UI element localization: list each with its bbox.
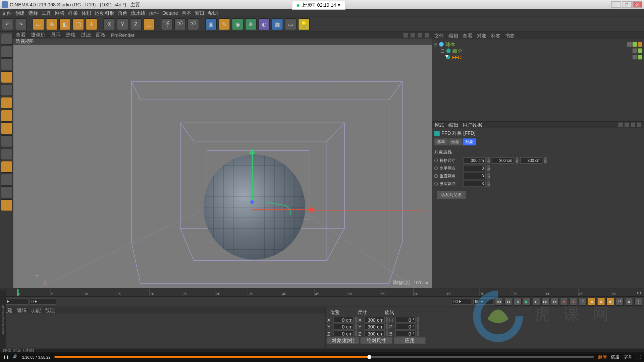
place-tool[interactable]: ✛ — [86, 18, 97, 30]
spinner[interactable]: ▴▾ — [487, 157, 490, 164]
camera-button[interactable]: ▭ — [285, 18, 296, 30]
goto-start-button[interactable]: ⏮ — [495, 298, 503, 306]
sphere-object[interactable] — [204, 155, 305, 260]
menu-character[interactable]: 角色 — [118, 9, 127, 16]
grid-size-x-field[interactable]: 300 cm — [464, 157, 486, 164]
video-progress-bar[interactable] — [54, 356, 594, 358]
quality-button[interactable]: 超清 — [598, 354, 607, 360]
maximize-button[interactable]: □ — [622, 1, 632, 8]
vp-menu-prorender[interactable]: ProRender — [111, 32, 135, 38]
main-menu-bar[interactable]: 文件 创建 选择 工具 网格 样条 体积 运动图形 角色 流水线 插件 Octa… — [0, 9, 644, 16]
menu-tools[interactable]: 工具 — [42, 9, 51, 16]
edge-mode-button[interactable] — [1, 97, 12, 109]
spinner[interactable]: ▴▾ — [487, 173, 490, 179]
menu-help[interactable]: 帮助 — [208, 9, 218, 16]
close-button[interactable]: ✕ — [633, 1, 642, 8]
key-param-button[interactable]: P — [616, 298, 624, 306]
tree-row-sphere[interactable]: ⊟ 球体 — [433, 41, 642, 48]
menu-octane[interactable]: Octane — [162, 10, 178, 15]
menu-spline[interactable]: 样条 — [68, 9, 78, 16]
size-mode-select[interactable]: 绝对尺寸 — [361, 337, 392, 344]
move-tool[interactable]: ✥ — [46, 18, 57, 30]
light-button[interactable]: 💡 — [298, 18, 310, 30]
attr-subtab-coord[interactable]: 坐标 — [448, 138, 462, 145]
prev-frame-button[interactable]: ◂ — [514, 298, 522, 306]
progress-handle[interactable] — [367, 355, 371, 359]
record-button[interactable]: ● — [560, 298, 568, 306]
select-tool[interactable]: ▭ — [33, 18, 44, 30]
rotate-tool[interactable]: ◯ — [72, 18, 84, 30]
menu-window[interactable]: 窗口 — [195, 9, 205, 16]
key-options-button[interactable]: ? — [579, 298, 587, 306]
pos-y-field[interactable]: 0 cm — [333, 323, 354, 329]
key-pos-button[interactable]: ◆ — [588, 298, 596, 306]
menu-mograph[interactable]: 运动图形 — [95, 9, 114, 16]
size-y-field[interactable]: 300 cm — [365, 323, 385, 329]
fit-to-parent-button[interactable]: 匹配到父级 — [437, 191, 466, 199]
recording-status-chip[interactable]: 上课中 02:19:14 ▾ — [292, 1, 345, 10]
layer-button[interactable] — [1, 174, 12, 185]
spinner[interactable]: ▴▾ — [487, 181, 490, 187]
om-tab-file[interactable]: 文件 — [434, 32, 444, 39]
vp-menu-options[interactable]: 选项 — [66, 32, 75, 38]
redo-button[interactable]: ↷ — [15, 18, 26, 30]
axis-z-lock[interactable]: Z — [130, 18, 142, 30]
axis-x-lock[interactable]: X — [104, 18, 115, 30]
render-settings-button[interactable]: 🎬 — [187, 18, 199, 30]
rot-h-field[interactable]: 0 ° — [395, 317, 416, 323]
attr-nav-fwd-icon[interactable] — [631, 122, 635, 127]
menu-select[interactable]: 选择 — [28, 9, 38, 16]
mat-tab-edit[interactable]: 编辑 — [17, 307, 26, 314]
workplane-button[interactable] — [1, 71, 12, 83]
h-points-field[interactable]: 3 — [464, 165, 486, 171]
misc-button[interactable] — [1, 199, 12, 211]
attr-tab-mode[interactable]: 模式 — [434, 121, 444, 128]
attr-subtab-object[interactable]: 对象 — [463, 138, 476, 145]
lock-button[interactable] — [1, 186, 12, 198]
vp-menu-panel[interactable]: 面板 — [96, 32, 106, 38]
autokey-button[interactable]: ● — [569, 298, 577, 306]
polygon-mode-button[interactable] — [1, 110, 12, 121]
make-editable-button[interactable] — [1, 33, 12, 45]
key-scale-button[interactable]: ◆ — [597, 298, 605, 306]
vp-nav-icon[interactable] — [404, 33, 408, 37]
generator-button[interactable]: ◉ — [232, 18, 243, 30]
volume-icon[interactable]: 🔊 — [13, 354, 18, 360]
menu-create[interactable]: 创建 — [15, 9, 25, 16]
next-frame-button[interactable]: ▸ — [532, 298, 540, 306]
grid-size-y-field[interactable]: 300 cm — [492, 157, 514, 164]
field-button[interactable]: ◐ — [258, 18, 270, 30]
spline-button[interactable]: ✎ — [218, 18, 230, 30]
workplane-snap-button[interactable] — [1, 161, 12, 173]
menu-volume[interactable]: 体积 — [82, 9, 91, 16]
vp-menu-view[interactable]: 查看 — [16, 32, 25, 38]
prev-key-button[interactable]: ◂◂ — [504, 298, 512, 306]
primitive-button[interactable]: ▣ — [205, 18, 217, 30]
texture-mode-button[interactable] — [1, 59, 12, 70]
apply-button[interactable]: 应用 — [394, 337, 426, 344]
gizmo-z-axis[interactable] — [250, 200, 254, 204]
attr-nav-back-icon[interactable] — [619, 122, 623, 127]
viewport-3d[interactable]: YX 网格间距 : 100 cm — [13, 45, 432, 288]
tree-row-subdiv[interactable]: ⊟ 细分 — [433, 48, 642, 54]
tree-row-ffd[interactable]: FFD — [433, 54, 642, 60]
axis-button[interactable] — [1, 122, 12, 134]
fullscreen-icon[interactable]: ⛶ — [636, 355, 641, 360]
menu-mesh[interactable]: 网格 — [55, 9, 65, 16]
vp-nav-icon[interactable] — [425, 33, 429, 37]
rot-p-field[interactable]: 0 ° — [395, 323, 416, 329]
undo-button[interactable]: ↶ — [2, 18, 13, 30]
render-region-button[interactable]: 🎬 — [174, 18, 186, 30]
pos-x-field[interactable]: 0 cm — [333, 317, 354, 323]
attr-nav-lock-icon[interactable] — [637, 122, 641, 127]
pos-z-field[interactable]: 0 cm — [333, 330, 354, 337]
range-start-field[interactable]: 0 F — [30, 298, 56, 305]
uv-button[interactable] — [1, 135, 12, 147]
gizmo-y-axis[interactable] — [252, 150, 253, 200]
rot-b-field[interactable]: 0 ° — [395, 330, 416, 337]
snap-button[interactable] — [1, 148, 12, 160]
size-x-field[interactable]: 300 cm — [365, 317, 385, 323]
attr-subtab-basic[interactable]: 基本 — [434, 138, 448, 145]
om-tab-bookmarks[interactable]: 书签 — [505, 32, 515, 39]
axis-y-lock[interactable]: Y — [117, 18, 128, 30]
